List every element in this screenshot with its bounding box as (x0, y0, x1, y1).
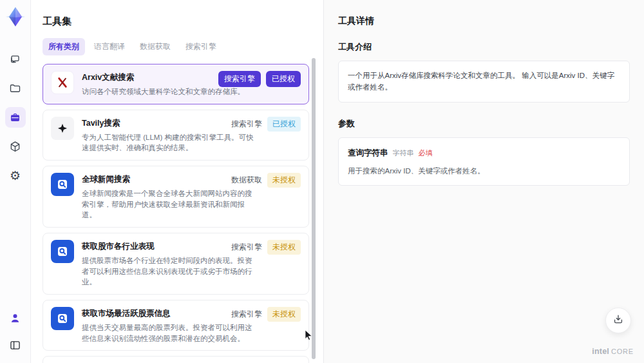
param-name: 查询字符串 (348, 146, 388, 159)
category-tabs: 所有类别 语言翻译 数据获取 搜索引擎 (43, 38, 309, 55)
tab-search-engine[interactable]: 搜索引擎 (180, 38, 222, 55)
avatar-icon (8, 311, 22, 325)
chat-icon (8, 53, 22, 66)
tab-translation[interactable]: 语言翻译 (88, 38, 131, 55)
tool-detail-panel: 工具详情 工具介绍 一个用于从Arxiv存储库搜索科学论文和文章的工具。 输入可… (323, 0, 644, 363)
tool-card-industry-performance[interactable]: 获取股市各行业表现 提供股票市场各个行业在特定时间段内的表现。投资者可以利用这些… (43, 233, 309, 295)
app-logo-icon (4, 5, 27, 28)
intro-section-title: 工具介绍 (338, 41, 630, 53)
tavily-star-icon (51, 117, 74, 140)
category-label: 搜索引擎 (231, 242, 262, 253)
download-icon (612, 313, 625, 328)
arxiv-icon (51, 71, 74, 94)
tool-card-active-stocks[interactable]: 获取市场最活跃股票信息 提供当天交易量最高的股票列表。投资者可以利用这些信息来识… (43, 300, 309, 351)
tool-description: 全球新闻搜索是一个聚合全球各大新闻网站内容的搜索引擎，帮助用户快速获取全球最新资… (82, 188, 257, 221)
gear-icon: ⚙ (10, 170, 21, 182)
brand-intel-text: intel (592, 347, 609, 356)
tool-card-list: Arxiv文献搜索 访问各个研究领域大量科学论文和文章的存储库。 搜索引擎 已授… (43, 64, 309, 363)
sidebar-item-files[interactable] (5, 78, 26, 99)
tab-all-categories[interactable]: 所有类别 (43, 38, 85, 55)
tool-card-arxiv[interactable]: Arxiv文献搜索 访问各个研究领域大量科学论文和文章的存储库。 搜索引擎 已授… (43, 64, 309, 104)
cube-icon (8, 140, 22, 153)
sidebar-item-settings[interactable]: ⚙ (5, 165, 26, 186)
tool-card-tavily[interactable]: Tavily搜索 专为人工智能代理 (LLM) 构建的搜索引擎工具。可快速提供实… (43, 110, 309, 161)
tab-data-fetch[interactable]: 数据获取 (134, 38, 176, 55)
sidebar-item-chat[interactable] (5, 49, 26, 70)
sidebar-item-collapse[interactable] (5, 335, 26, 355)
tool-description: 访问各个研究领域大量科学论文和文章的存储库。 (82, 86, 245, 97)
blue-search-icon (51, 240, 74, 263)
intel-core-logo: intel core (592, 347, 634, 356)
tool-description: 专为人工智能代理 (LLM) 构建的搜索引擎工具。可快速提供实时、准确和真实的结… (82, 132, 257, 153)
blue-search-icon (51, 173, 74, 196)
sidebar-item-models[interactable] (5, 136, 26, 157)
auth-status-badge: 未授权 (267, 240, 301, 255)
page-title: 工具集 (43, 15, 309, 28)
sidebar-bottom (5, 308, 26, 355)
tool-description: 提供当天交易量最高的股票列表。投资者可以利用这些信息来识别流动性强的股票和潜在的… (82, 322, 257, 344)
brand-core-text: core (611, 348, 634, 355)
auth-status-badge: 已授权 (267, 117, 301, 132)
category-chip[interactable]: 搜索引擎 (218, 71, 261, 87)
param-required-flag: 必填 (419, 148, 433, 159)
auth-status-badge: 未授权 (267, 307, 301, 322)
list-scrollbar[interactable] (312, 58, 316, 359)
download-button[interactable] (605, 308, 631, 333)
panel-toggle-icon (8, 338, 22, 352)
tool-list-panel: 工具集 所有类别 语言翻译 数据获取 搜索引擎 Arxiv文献搜索 访问各个研究… (31, 0, 323, 363)
category-label: 搜索引擎 (231, 309, 262, 320)
blue-search-icon (51, 307, 74, 330)
category-label: 搜索引擎 (231, 119, 262, 130)
sidebar: ⚙ (0, 0, 31, 363)
params-section-title: 参数 (338, 118, 630, 130)
sidebar-item-profile[interactable] (5, 308, 26, 328)
app-root: ⚙ 工具 (0, 0, 644, 363)
auth-status-chip[interactable]: 已授权 (266, 71, 301, 87)
param-type: 字符串 (393, 148, 414, 159)
auth-status-badge: 未授权 (267, 173, 301, 188)
category-label: 数据获取 (231, 175, 262, 186)
param-description: 用于搜索的Arxiv ID、关键字或作者姓名。 (348, 165, 620, 177)
tool-card-global-news[interactable]: 全球新闻搜索 全球新闻搜索是一个聚合全球各大新闻网站内容的搜索引擎，帮助用户快速… (43, 166, 309, 228)
param-box: 查询字符串 字符串 必填 用于搜索的Arxiv ID、关键字或作者姓名。 (338, 137, 630, 186)
tool-card-regional-news[interactable]: 万维地区新闻查询 查询具体行政区划内的新闻，快速了解各地新闻动态 搜索引擎 未授… (43, 356, 309, 363)
detail-title: 工具详情 (338, 15, 630, 27)
folder-icon (8, 82, 22, 95)
tool-intro-box: 一个用于从Arxiv存储库搜索科学论文和文章的工具。 输入可以是Arxiv ID… (338, 61, 630, 103)
sidebar-item-tools[interactable] (5, 107, 26, 128)
tool-description: 提供股票市场各个行业在特定时间段内的表现。投资者可以利用这些信息来识别表现优于或… (82, 255, 257, 288)
sidebar-nav: ⚙ (5, 49, 26, 186)
briefcase-icon (8, 111, 22, 124)
